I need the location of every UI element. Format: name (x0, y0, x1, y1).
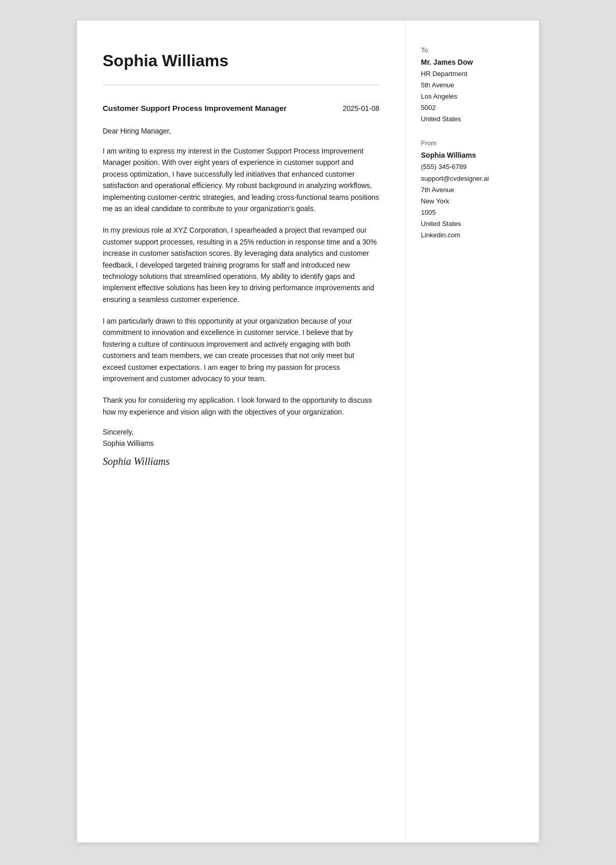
job-date: 2025-01-08 (342, 104, 379, 112)
to-section: To Mr. James Dow HR Department 5th Avenu… (421, 46, 524, 125)
sender-country: United States (421, 218, 524, 230)
job-title: Customer Support Process Improvement Man… (103, 104, 286, 112)
cover-letter-page: Sophia Williams Customer Support Process… (77, 21, 539, 842)
job-header: Customer Support Process Improvement Man… (103, 104, 379, 112)
recipient-country: United States (421, 114, 524, 125)
paragraph-2: In my previous role at XYZ Corporation, … (103, 224, 379, 305)
to-label: To (421, 46, 524, 54)
recipient-zip: 5002 (421, 102, 524, 114)
paragraph-3: I am particularly drawn to this opportun… (103, 315, 379, 384)
sender-email: support@cvdesigner.ai (421, 173, 524, 184)
sender-street: 7th Avenue (421, 184, 524, 196)
paragraph-1: I am writing to express my interest in t… (103, 145, 379, 214)
sender-website: Linkedin.com (421, 230, 524, 241)
recipient-street: 5th Avenue (421, 80, 524, 91)
signature: Sophia Williams (103, 456, 379, 467)
sender-zip: 1005 (421, 207, 524, 218)
from-section: From Sophia Williams (555) 345-6789 supp… (421, 139, 524, 241)
divider (103, 85, 379, 85)
closing: Sincerely, (103, 428, 379, 436)
right-column: To Mr. James Dow HR Department 5th Avenu… (406, 21, 539, 842)
recipient-department: HR Department (421, 68, 524, 80)
salutation: Dear Hiring Manager, (103, 127, 379, 135)
left-column: Sophia Williams Customer Support Process… (77, 21, 406, 842)
sender-bold-name: Sophia Williams (421, 151, 524, 159)
from-label: From (421, 139, 524, 147)
sender-name: Sophia Williams (103, 51, 379, 70)
paragraph-4: Thank you for considering my application… (103, 394, 379, 418)
recipient-city: Los Angeles (421, 91, 524, 102)
recipient-name: Mr. James Dow (421, 58, 524, 66)
sender-city: New York (421, 196, 524, 207)
closing-name: Sophia Williams (103, 439, 379, 447)
sender-phone: (555) 345-6789 (421, 161, 524, 173)
